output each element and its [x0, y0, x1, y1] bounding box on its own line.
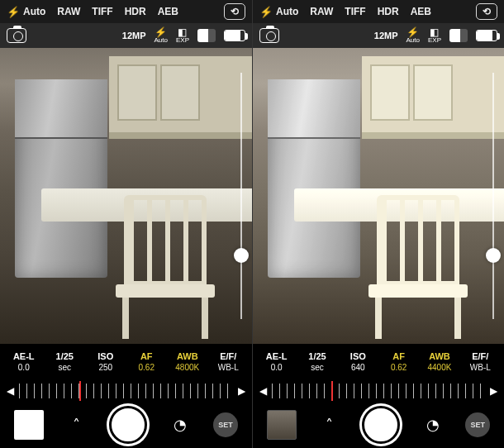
param-af[interactable]: AF 0.62 — [129, 351, 164, 373]
params-bar: AE-L 0.0 1/25 sec ISO 640 AF 0.62 AWB 44… — [253, 344, 504, 380]
exposure-handle[interactable] — [234, 248, 249, 263]
scene-preview — [253, 48, 504, 344]
flash-mode-label: Auto — [276, 6, 298, 17]
mode-hdr[interactable]: HDR — [378, 6, 399, 17]
param-af[interactable]: AF 0.62 — [382, 351, 416, 373]
last-photo-thumb[interactable] — [14, 410, 44, 440]
dial-right-icon[interactable]: ▶ — [238, 385, 245, 397]
last-photo-thumb[interactable] — [267, 410, 297, 440]
dial-right-icon[interactable]: ▶ — [490, 385, 497, 397]
battery-icon — [476, 30, 497, 41]
flash-mode[interactable]: ⚡ Auto — [259, 6, 298, 18]
scene-preview — [0, 48, 252, 344]
param-shutter[interactable]: 1/25 sec — [47, 351, 82, 373]
status-bar: 12MP ⚡ Auto ◧ EXP — [253, 23, 504, 48]
storage-indicator[interactable] — [197, 29, 216, 42]
bottom-bar: ˄ ◔ SET — [0, 402, 252, 448]
viewfinder[interactable] — [0, 48, 252, 344]
exposure-toggle[interactable]: ◧ EXP — [428, 27, 441, 44]
flash-mode-label: Auto — [23, 6, 45, 17]
exposure-slider[interactable] — [492, 73, 494, 319]
param-iso[interactable]: ISO 250 — [88, 351, 123, 373]
exposure-toggle[interactable]: ◧ EXP — [176, 27, 189, 44]
exposure-slider[interactable] — [240, 73, 242, 319]
resolution-label[interactable]: 12MP — [374, 31, 398, 41]
battery-icon — [224, 30, 245, 41]
param-ael[interactable]: AE-L 0.0 — [7, 351, 41, 373]
resolution-label[interactable]: 12MP — [122, 31, 146, 41]
top-bar: ⚡ Auto RAW TIFF HDR AEB — [253, 0, 504, 23]
exposure-handle[interactable] — [486, 248, 501, 263]
flash-auto-toggle[interactable]: ⚡ Auto — [407, 27, 420, 44]
mode-raw[interactable]: RAW — [310, 6, 333, 17]
options-up-button[interactable]: ˄ — [317, 413, 340, 436]
mode-aeb[interactable]: AEB — [411, 6, 431, 17]
mode-hdr[interactable]: HDR — [125, 6, 146, 17]
options-up-button[interactable]: ˄ — [65, 413, 88, 436]
param-ef[interactable]: E/F/ WB-L — [211, 351, 245, 373]
param-awb[interactable]: AWB 4800K — [170, 351, 205, 373]
param-ef[interactable]: E/F/ WB-L — [463, 351, 497, 373]
storage-indicator[interactable] — [449, 29, 468, 42]
flash-auto-toggle[interactable]: ⚡ Auto — [155, 27, 168, 44]
switch-camera-button[interactable] — [476, 3, 497, 20]
mode-tiff[interactable]: TIFF — [345, 6, 365, 17]
flash-mode[interactable]: ⚡ Auto — [7, 6, 45, 18]
params-bar: AE-L 0.0 1/25 sec ISO 250 AF 0.62 AWB 48… — [0, 344, 252, 380]
top-bar: ⚡ Auto RAW TIFF HDR AEB — [0, 0, 252, 23]
dial-left-icon[interactable]: ◀ — [7, 385, 14, 397]
camera-pane-left: ⚡ Auto RAW TIFF HDR AEB 12MP ⚡ Auto ◧ EX… — [0, 0, 252, 448]
flash-icon: ⚡ — [259, 6, 273, 18]
value-dial[interactable]: ◀ ▶ — [253, 380, 504, 402]
set-button[interactable]: SET — [465, 412, 490, 437]
switch-camera-button[interactable] — [224, 3, 245, 20]
flash-icon: ⚡ — [7, 6, 20, 18]
viewfinder[interactable] — [253, 48, 504, 344]
param-iso[interactable]: ISO 640 — [340, 351, 375, 373]
timer-button[interactable]: ◔ — [169, 413, 192, 436]
value-dial[interactable]: ◀ ▶ — [0, 380, 252, 402]
dial-ticks[interactable] — [272, 384, 485, 398]
mode-tiff[interactable]: TIFF — [92, 6, 112, 17]
param-awb[interactable]: AWB 4400K — [422, 351, 457, 373]
camera-icon[interactable] — [7, 28, 26, 43]
mode-raw[interactable]: RAW — [57, 6, 80, 17]
dial-ticks[interactable] — [19, 384, 233, 398]
param-shutter[interactable]: 1/25 sec — [300, 351, 335, 373]
dial-left-icon[interactable]: ◀ — [259, 385, 267, 397]
camera-pane-right: ⚡ Auto RAW TIFF HDR AEB 12MP ⚡ Auto ◧ EX… — [252, 0, 504, 448]
mode-aeb[interactable]: AEB — [158, 6, 178, 17]
param-ael[interactable]: AE-L 0.0 — [259, 351, 294, 373]
shutter-button[interactable] — [109, 406, 147, 444]
timer-button[interactable]: ◔ — [421, 413, 445, 436]
camera-icon[interactable] — [259, 28, 279, 43]
bottom-bar: ˄ ◔ SET — [253, 402, 504, 448]
status-bar: 12MP ⚡ Auto ◧ EXP — [0, 23, 252, 48]
shutter-button[interactable] — [362, 406, 400, 444]
set-button[interactable]: SET — [213, 412, 238, 437]
